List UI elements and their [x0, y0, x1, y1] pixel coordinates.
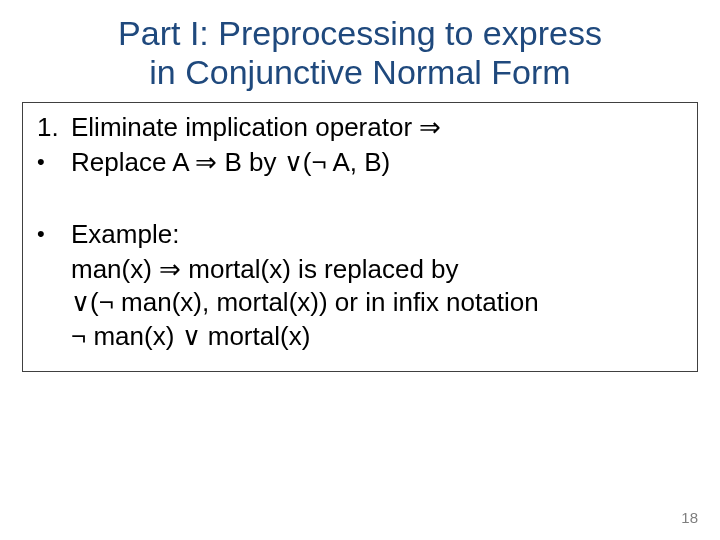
list-item-1: 1. Eliminate implication operator ⇒	[35, 111, 685, 144]
bullet-marker-1a: •	[35, 146, 71, 178]
example-line-3: ¬ man(x) ∨ mortal(x)	[71, 320, 685, 353]
example-block: man(x) ⇒ mortal(x) is replaced by ∨(¬ ma…	[35, 253, 685, 353]
spacer	[35, 182, 685, 216]
list-text-1a: Replace A ⇒ B by ∨(¬ A, B)	[71, 146, 685, 179]
slide-title: Part I: Preprocessing to express in Conj…	[0, 0, 720, 98]
bullet-marker-2: •	[35, 218, 71, 250]
example-line-2: ∨(¬ man(x), mortal(x)) or in infix notat…	[71, 286, 685, 319]
title-line-1: Part I: Preprocessing to express	[40, 14, 680, 53]
list-text-1: Eliminate implication operator ⇒	[71, 111, 685, 144]
list-marker-1: 1.	[35, 111, 71, 144]
example-line-1: man(x) ⇒ mortal(x) is replaced by	[71, 253, 685, 286]
list-item-1a: • Replace A ⇒ B by ∨(¬ A, B)	[35, 146, 685, 179]
page-number: 18	[681, 509, 698, 526]
list-item-2: • Example:	[35, 218, 685, 251]
title-line-2: in Conjunctive Normal Form	[40, 53, 680, 92]
slide: Part I: Preprocessing to express in Conj…	[0, 0, 720, 540]
content-box: 1. Eliminate implication operator ⇒ • Re…	[22, 102, 698, 372]
list-text-2: Example:	[71, 218, 685, 251]
